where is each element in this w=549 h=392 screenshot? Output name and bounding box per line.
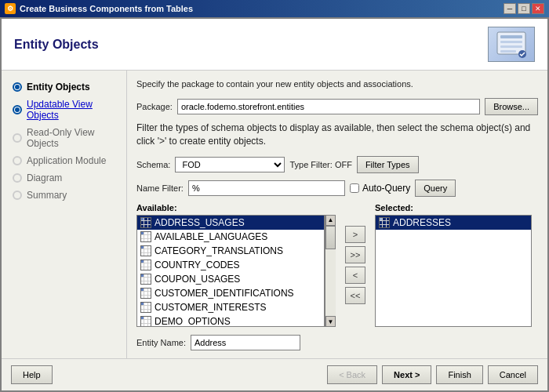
available-label: Available: <box>136 203 336 212</box>
sidebar-label-updatable: Updatable View Objects <box>27 99 118 121</box>
selected-label: Selected: <box>375 203 538 212</box>
sidebar-bullet-summary <box>13 191 22 200</box>
sidebar-bullet-entity <box>13 82 22 92</box>
sidebar-item-readonly-view: Read-Only View Objects <box>2 124 126 152</box>
table-icon <box>140 217 151 228</box>
auto-query-label: Auto-Query <box>362 183 410 194</box>
list-item[interactable]: COUNTRY_CODES <box>137 258 324 272</box>
schema-dropdown[interactable]: FOD <box>175 157 285 172</box>
scroll-track <box>325 226 336 316</box>
svg-rect-2 <box>500 41 522 43</box>
scroll-up-btn[interactable]: ▲ <box>325 215 336 226</box>
schema-row: Schema: FOD Type Filter: OFF Filter Type… <box>136 156 538 173</box>
finish-button[interactable]: Finish <box>436 365 482 384</box>
sidebar-bullet-readonly <box>13 133 22 143</box>
table-icon <box>140 274 151 285</box>
list-item[interactable]: ADDRESSES <box>376 216 531 230</box>
name-filter-row: Name Filter: Auto-Query Query <box>136 180 538 197</box>
minimize-button[interactable]: ─ <box>504 3 516 14</box>
list-item-text: CUSTOMER_INTERESTS <box>155 302 266 313</box>
page-title: Entity Objects <box>14 38 99 52</box>
query-button[interactable]: Query <box>415 180 456 197</box>
list-item-text: CUSTOMER_IDENTIFICATIONS <box>155 288 294 299</box>
sidebar-item-app-module: Application Module <box>2 152 126 169</box>
available-section: Available: ADDRESS_USAGES <box>136 203 336 327</box>
sidebar-label-entity: Entity Objects <box>27 82 90 93</box>
browse-button[interactable]: Browse... <box>485 98 538 115</box>
name-filter-input[interactable] <box>188 180 345 196</box>
entity-name-input[interactable] <box>191 335 300 350</box>
selected-listbox[interactable]: ADDRESSES <box>375 215 532 327</box>
sidebar-label-diagram: Diagram <box>27 172 62 183</box>
back-button[interactable]: < Back <box>327 365 377 384</box>
list-item[interactable]: COUPON_USAGES <box>137 272 324 286</box>
table-icon <box>140 288 151 299</box>
svg-rect-3 <box>500 45 522 48</box>
cancel-button[interactable]: Cancel <box>488 365 538 384</box>
auto-query-row: Auto-Query <box>350 183 410 194</box>
list-item[interactable]: CATEGORY_TRANSLATIONS <box>137 244 324 258</box>
list-item[interactable]: CUSTOMER_INTERESTS <box>137 300 324 314</box>
list-item[interactable]: ADDRESS_USAGES <box>137 216 324 230</box>
name-filter-label: Name Filter: <box>136 183 184 193</box>
svg-rect-1 <box>500 35 522 38</box>
list-item-text: ADDRESS_USAGES <box>155 217 245 228</box>
remove-all-button[interactable]: << <box>345 287 365 304</box>
remove-one-button[interactable]: < <box>345 267 365 284</box>
sidebar-bullet-app <box>13 156 22 165</box>
instruction-text: Specify the package to contain your new … <box>136 78 538 90</box>
title-bar: ⚙ Create Business Components from Tables… <box>0 0 549 17</box>
svg-rect-4 <box>500 50 516 53</box>
bottom-right-buttons: < Back Next > Finish Cancel <box>327 365 538 384</box>
sidebar-item-entity-objects: Entity Objects <box>2 78 126 96</box>
wizard-icon: ⚙ <box>5 3 16 14</box>
auto-query-checkbox[interactable] <box>350 183 359 193</box>
header-area: Entity Objects <box>2 19 547 71</box>
table-icon <box>140 260 151 270</box>
lists-area: Available: ADDRESS_USAGES <box>136 203 538 327</box>
package-row: Package: Browse... <box>136 98 538 115</box>
list-item-text: COUNTRY_CODES <box>155 260 239 270</box>
sidebar-item-updatable-view[interactable]: Updatable View Objects <box>2 96 126 124</box>
add-all-button[interactable]: >> <box>345 246 365 263</box>
help-button[interactable]: Help <box>11 365 53 384</box>
type-filter-label: Type Filter: OFF <box>289 160 351 169</box>
add-one-button[interactable]: > <box>345 226 365 243</box>
list-item[interactable]: DEMO_OPTIONS <box>137 314 324 327</box>
header-icon <box>488 27 535 62</box>
table-icon <box>140 245 151 256</box>
schema-label: Schema: <box>136 160 170 169</box>
next-button[interactable]: Next > <box>382 365 431 384</box>
sidebar: Entity Objects Updatable View Objects Re… <box>2 71 127 358</box>
list-item[interactable]: AVAILABLE_LANGUAGES <box>137 230 324 244</box>
sidebar-bullet-updatable <box>13 105 22 114</box>
title-text: Create Business Components from Tables <box>20 4 193 13</box>
table-icon <box>140 302 151 313</box>
sidebar-label-summary: Summary <box>27 190 67 201</box>
bottom-bar: Help < Back Next > Finish Cancel <box>2 358 547 390</box>
package-input[interactable] <box>177 99 480 114</box>
sidebar-item-summary: Summary <box>2 187 126 204</box>
close-button[interactable]: ✕ <box>532 3 544 14</box>
list-item-text: AVAILABLE_LANGUAGES <box>155 231 267 242</box>
table-icon <box>140 316 151 327</box>
sidebar-bullet-diagram <box>13 173 22 183</box>
filter-instruction: Filter the types of schema objects to di… <box>136 122 538 148</box>
content-area: Specify the package to contain your new … <box>127 71 547 358</box>
entity-name-row: Entity Name: <box>136 335 538 350</box>
list-item-text: CATEGORY_TRANSLATIONS <box>155 245 283 256</box>
selected-section: Selected: ADDRESSES <box>375 203 538 327</box>
list-item-text: COUPON_USAGES <box>155 274 240 285</box>
list-item[interactable]: CUSTOMER_IDENTIFICATIONS <box>137 286 324 300</box>
transfer-arrows: > >> < << <box>342 203 369 327</box>
sidebar-label-readonly: Read-Only View Objects <box>27 127 118 149</box>
scroll-thumb <box>325 226 336 249</box>
maximize-button[interactable]: □ <box>518 3 530 14</box>
list-item-text: DEMO_OPTIONS <box>155 316 231 327</box>
entity-name-label: Entity Name: <box>136 338 186 347</box>
available-listbox[interactable]: ADDRESS_USAGES AVAILABLE_LANGUAGES <box>136 215 325 327</box>
filter-types-button[interactable]: Filter Types <box>357 156 419 173</box>
table-icon <box>140 231 151 242</box>
available-scrollbar[interactable]: ▲ ▼ <box>325 215 336 327</box>
scroll-down-btn[interactable]: ▼ <box>325 316 336 327</box>
